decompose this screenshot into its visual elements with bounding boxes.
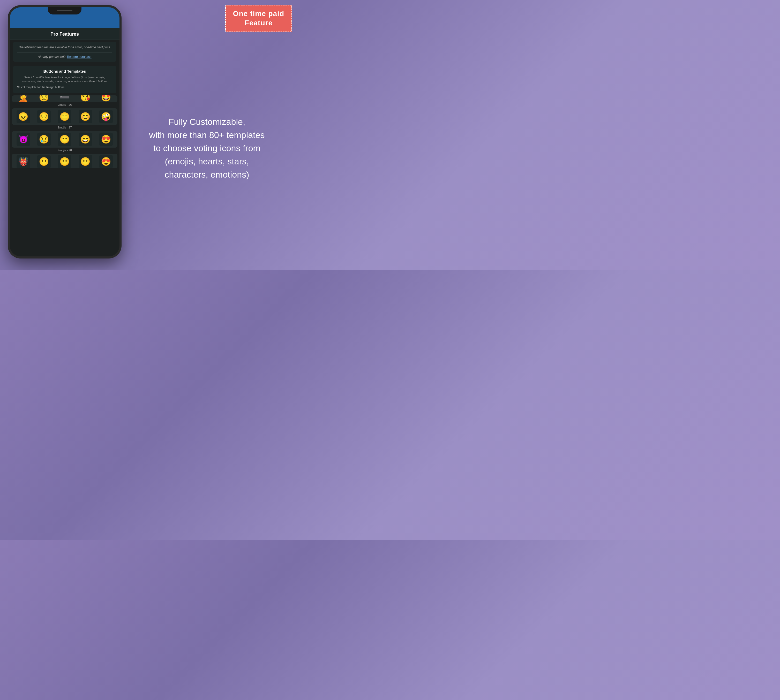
one-time-paid-badge: One time paid Feature [225, 5, 292, 32]
buttons-templates-section: Buttons and Templates Select from 80+ te… [13, 66, 116, 93]
emoji-item[interactable]: 😘 [79, 95, 92, 102]
emoji-item[interactable]: 🤦 [17, 95, 30, 102]
emoji-item[interactable]: 🤩 [99, 95, 113, 102]
emoji-item[interactable]: 😑 [58, 110, 71, 123]
phone-top-bar [10, 7, 120, 28]
emoji-item[interactable]: 😔 [37, 110, 51, 123]
emoji-group-26-label: Emojis - 26 [12, 103, 117, 106]
emoji-item[interactable]: ➖ [58, 95, 71, 102]
emoji-item[interactable]: 😠 [17, 110, 30, 123]
emoji-item[interactable]: 😒 [37, 95, 51, 102]
badge-line1: One time paid [233, 9, 284, 18]
emoji-item[interactable]: 👹 [17, 155, 30, 168]
emoji-row-28[interactable]: 😈 😢 😶 😄 😍 [12, 131, 117, 148]
pro-features-header: Pro Features [10, 28, 120, 40]
phone-frame: Pro Features The following features are … [8, 5, 122, 258]
section-title: Buttons and Templates [17, 69, 112, 73]
emoji-group-27: 😠 😔 😑 😊 🤪 Emojis - 27 [12, 108, 117, 129]
restore-purchase-link[interactable]: Restore purchase [67, 55, 92, 59]
select-template-label: Select template for the Image buttons [17, 85, 112, 89]
section-description: Select from 80+ templates for image butt… [17, 75, 112, 83]
emoji-group-28: 😈 😢 😶 😄 😍 Emojis - 28 [12, 131, 117, 152]
already-purchased-text: Already purchased? [38, 55, 65, 59]
emoji-item[interactable]: 😢 [37, 133, 51, 146]
emoji-item[interactable]: 😈 [17, 133, 30, 146]
emoji-item[interactable]: 😊 [79, 110, 92, 123]
emoji-item[interactable]: 😶 [58, 133, 71, 146]
emoji-group-27-label: Emojis - 27 [12, 126, 117, 129]
emoji-item[interactable]: 🤪 [99, 110, 113, 123]
emoji-item[interactable]: 😐 [37, 155, 51, 168]
emoji-item[interactable]: 😐 [58, 155, 71, 168]
emoji-group-26: 🤦 😒 ➖ 😘 🤩 Emojis - 26 [12, 95, 117, 106]
emoji-group-29: 👹 😐 😐 😐 😍 [12, 154, 117, 168]
emoji-row-29[interactable]: 👹 😐 😐 😐 😍 [12, 154, 117, 168]
emoji-item[interactable]: 😐 [79, 155, 92, 168]
promo-text-block: Fully Customizable, with more than 80+ t… [127, 115, 287, 181]
phone-mockup: Pro Features The following features are … [8, 5, 124, 264]
emoji-item[interactable]: 😍 [99, 155, 113, 168]
emoji-scroll-area[interactable]: 🤦 😒 ➖ 😘 🤩 Emojis - 26 😠 😔 😑 😊 [10, 95, 120, 257]
emoji-row-27[interactable]: 😠 😔 😑 😊 🤪 [12, 108, 117, 125]
promo-text: Fully Customizable, with more than 80+ t… [127, 115, 287, 181]
emoji-item[interactable]: 😄 [79, 133, 92, 146]
description-text: The following features are available for… [17, 45, 112, 50]
emoji-group-28-label: Emojis - 28 [12, 148, 117, 152]
restore-row: Already purchased? Restore purchase [17, 55, 112, 59]
phone-screen: Pro Features The following features are … [10, 28, 120, 257]
speaker-icon [57, 10, 72, 12]
phone-notch [48, 7, 82, 15]
badge-line2: Feature [233, 18, 284, 28]
pro-features-title: Pro Features [15, 32, 114, 37]
description-card: The following features are available for… [13, 42, 116, 62]
emoji-item[interactable]: 😍 [99, 133, 113, 146]
emoji-row-26[interactable]: 🤦 😒 ➖ 😘 🤩 [12, 95, 117, 102]
